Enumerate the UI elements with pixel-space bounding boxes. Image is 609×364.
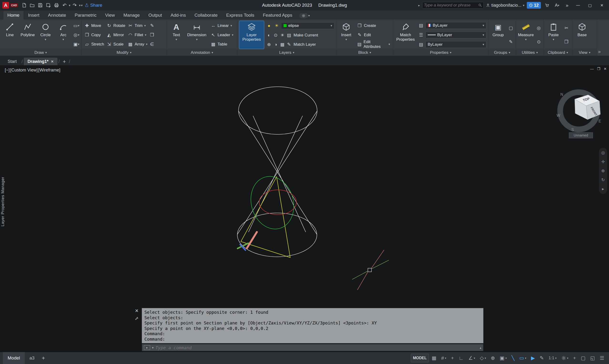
command-expand-caret[interactable]: ▴ [480,346,481,349]
layer-state-icon-2[interactable]: ⊙ [272,32,279,38]
panel-label-annotation[interactable]: Annotation▾ [167,49,237,56]
layer-tool-icon-1[interactable]: ⊕ [266,41,272,48]
compass-n[interactable]: N [560,92,563,96]
viewport-menu-button[interactable]: [−] [5,68,10,73]
save-button[interactable] [37,2,44,9]
base-view-button[interactable]: Base [574,21,590,49]
copy-clip-button[interactable]: ❐ [563,39,570,45]
join-button[interactable]: ∈ [149,41,155,47]
save-as-button[interactable] [45,2,52,9]
vp-close-icon[interactable]: ✕ [604,67,607,71]
linear-button[interactable]: ↔Linear▾ [210,22,234,30]
search-icon[interactable] [478,3,482,7]
osnap-tracking-toggle[interactable]: ⊕ [489,354,497,362]
quick-select-button[interactable]: ◎ [536,25,542,31]
fillet-button[interactable]: ◠Fillet▾ [127,31,148,39]
tab-view[interactable]: View [101,11,119,20]
snap-toggle[interactable]: #▾ [439,354,448,362]
rotate-button[interactable]: ↻Rotate [105,22,126,30]
annotation-visibility-toggle[interactable]: ✎ [538,354,546,362]
viewcube[interactable]: N W S E TOP FRONT [557,92,601,132]
group-button[interactable]: ▣Group [490,21,506,49]
annotation-scale-button[interactable]: 1:1▾ [547,354,558,362]
tab-addins[interactable]: Add-ins [167,11,190,20]
compass-e[interactable]: E [598,119,601,123]
panel-label-properties[interactable]: Properties▾ [393,49,488,56]
edit-attributes-button[interactable]: ▤Edit Attributes▾ [356,40,391,48]
close-button[interactable]: ✕ [597,1,607,9]
arc-button[interactable]: Arc▾ [55,21,71,49]
mirror-button[interactable]: ◭Mirror [105,31,126,39]
command-customize-wrench-icon[interactable] [135,317,139,321]
ribbon-overflow-button[interactable]: » [597,20,603,56]
vp-minimize-icon[interactable]: — [590,67,594,71]
tab-output[interactable]: Output [144,11,166,20]
nav-zoom-icon[interactable]: ⊕ [601,168,605,173]
panel-label-clipboard[interactable]: Clipboard▾ [544,49,572,56]
redo-button[interactable]: ↷ [71,2,78,9]
layer-thaw-button[interactable]: ☀ [273,23,280,29]
move-button[interactable]: ✚Move [83,22,105,30]
search-scope-caret[interactable]: ▸ [418,4,420,7]
command-close-icon[interactable]: ✕ [135,308,139,313]
customization-button[interactable]: ☰ [598,354,606,362]
layer-tool-icon-2[interactable]: ◑ [272,41,279,48]
nav-pan-icon[interactable]: ✛ [601,159,605,164]
file-tab-drawing1[interactable]: Drawing1*✕ [24,58,58,65]
hatch-tool-button[interactable]: ▣▾ [73,41,79,47]
layer-properties-palette-tab[interactable]: Layer Properties Manager [0,177,5,227]
nav-orbit-icon[interactable]: ↻ [601,177,605,182]
rectangle-tool-button[interactable]: ▭▾ [73,23,79,29]
layout-tab-a3[interactable]: a3 [25,352,39,364]
file-tab-start[interactable]: Start [4,58,21,65]
workspace-switching-button[interactable]: ▾ [559,354,570,362]
nav-more-icon[interactable]: ▸ [602,186,604,192]
new-drawing-button[interactable]: + [61,58,68,65]
tab-manage[interactable]: Manage [119,11,144,20]
account-menu[interactable]: tiagobonifacio... ▾ [486,3,524,8]
search-input[interactable] [424,3,478,8]
object-color-dropdown[interactable]: ByLayer▾ [426,22,486,29]
linetype-dropdown[interactable]: ByLayer▾ [426,41,486,48]
scale-button[interactable]: ⇲Scale [105,40,126,48]
tab-collaborate[interactable]: Collaborate [190,11,221,20]
new-file-button[interactable] [20,2,28,9]
isodraft-toggle[interactable]: ◇▾ [478,354,488,362]
copy-button[interactable]: ❐Copy [83,31,105,39]
undo-dropdown-caret[interactable]: ▾ [69,4,71,7]
panel-label-block[interactable]: Block▾ [337,49,393,56]
qat-customize-caret[interactable]: ▾ [81,4,83,7]
compass-s[interactable]: S [571,128,574,132]
app-a-button[interactable]: A▾ [553,2,561,9]
tab-featured-apps[interactable]: Featured Apps [259,11,296,20]
stretch-button[interactable]: ▱Stretch [83,40,105,48]
tab-annotate[interactable]: Annotate [44,11,70,20]
leader-button[interactable]: ↖Leader▾ [210,31,234,39]
compass-w[interactable]: W [557,113,560,117]
autocad-logo[interactable]: A CAD [2,2,18,9]
cone-base-ellipse[interactable] [237,213,317,257]
text-button[interactable]: AText▾ [169,21,184,49]
erase-button[interactable]: ✎ [149,23,155,29]
panel-label-modify[interactable]: Modify▾ [81,49,167,56]
table-button[interactable]: ▦Table [210,40,234,48]
command-prompt-icon[interactable]: ▸ [144,345,150,350]
lineweight-dropdown[interactable]: ByLayer▾ [426,32,486,38]
circle-button[interactable]: Circle▾ [38,21,54,49]
command-recent-caret[interactable]: ▾ [152,346,154,349]
layer-select-dropdown[interactable]: elipse▾ [281,22,334,29]
panel-label-groups[interactable]: Groups▾ [488,49,516,56]
ucs-icon[interactable] [238,232,257,250]
command-input[interactable] [155,345,478,350]
trim-button[interactable]: ✂Trim▾ [127,22,148,30]
model-viewport[interactable]: N W S E TOP FRONT Unnamed [−] [Custom Vi… [0,65,609,352]
selection-cycling-toggle[interactable]: ▶ [529,354,537,362]
isolate-objects-button[interactable]: ▢ [579,354,587,362]
match-layer-button[interactable]: Match Layer [293,41,317,48]
cone-top-ellipse[interactable] [238,87,317,134]
layer-properties-button[interactable]: LayerProperties [239,21,264,49]
plot-button[interactable] [53,2,60,9]
tab-home[interactable]: Home [3,11,24,20]
model-paper-toggle[interactable]: MODEL [411,354,429,362]
layer-tool-icon-3[interactable]: ▦ [279,41,285,48]
